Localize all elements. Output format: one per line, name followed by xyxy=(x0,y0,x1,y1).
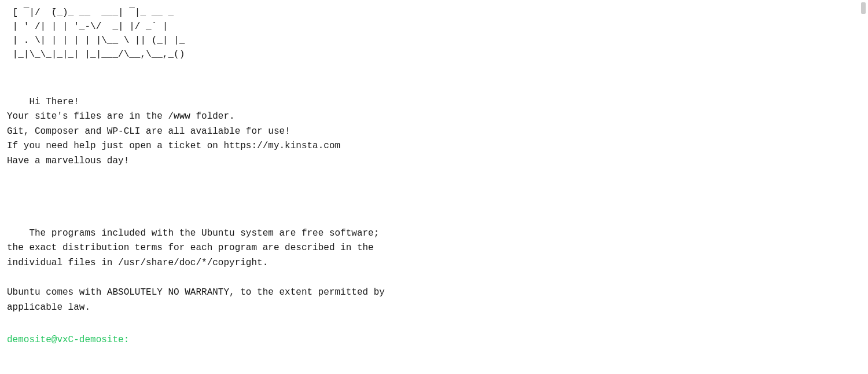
spacer-1 xyxy=(7,66,861,80)
welcome-line4: If you need help just open a ticket on h… xyxy=(7,141,340,151)
terminal-window[interactable]: [ ¯|/ ̄(_)_ __ ___| ¯|_ __ _ | ' /| | | … xyxy=(0,0,868,374)
spacer-3 xyxy=(7,197,861,211)
spacer-2 xyxy=(7,184,861,197)
ubuntu-line2: the exact distribution terms for each pr… xyxy=(7,243,374,253)
ubuntu-line3: individual files in /usr/share/doc/*/cop… xyxy=(7,258,268,268)
welcome-line2: Your site's files are in the /www folder… xyxy=(7,111,235,122)
ascii-art-banner: [ ¯|/ ̄(_)_ __ ___| ¯|_ __ _ | ' /| | | … xyxy=(7,6,861,61)
welcome-line5: Have a marvellous day! xyxy=(7,156,129,166)
ubuntu-line1: The programs included with the Ubuntu sy… xyxy=(29,228,379,239)
welcome-section: Hi There! Your site's files are in the /… xyxy=(7,80,861,184)
ubuntu-line5: Ubuntu comes with ABSOLUTELY NO WARRANTY… xyxy=(7,287,385,298)
ubuntu-section: The programs included with the Ubuntu sy… xyxy=(7,211,861,330)
welcome-line3: Git, Composer and WP-CLI are all availab… xyxy=(7,126,290,137)
command-prompt[interactable]: demosite@vxC-demosite: xyxy=(7,335,861,345)
prompt-text: demosite@vxC-demosite: xyxy=(7,335,129,345)
welcome-line1: Hi There! xyxy=(29,97,79,107)
ubuntu-line6: applicable law. xyxy=(7,302,90,313)
scrollbar[interactable] xyxy=(861,2,866,14)
